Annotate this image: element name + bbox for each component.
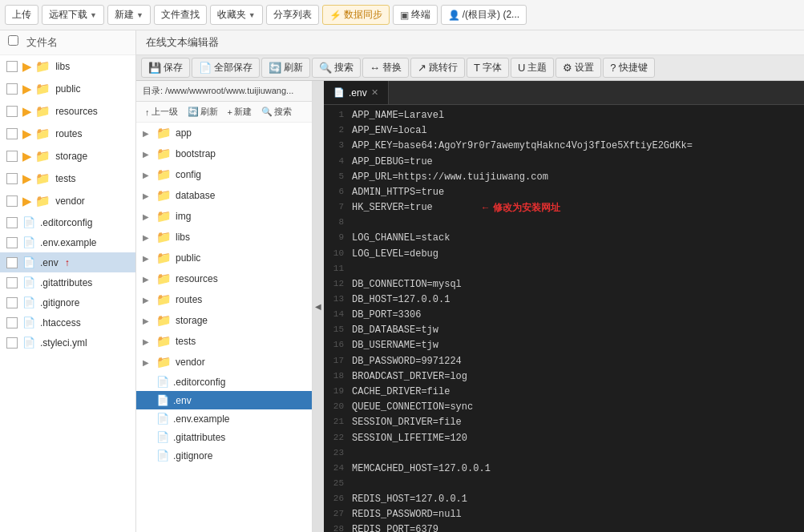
search-button[interactable]: 🔍搜索 [312,58,361,78]
line-content[interactable]: REDIS_PORT=6379 [352,522,438,532]
line-content[interactable]: DB_DATABASE=tjw [352,323,438,338]
close-tab-button[interactable]: ✕ [371,87,378,98]
terminal-button[interactable]: ▣ 终端 [393,5,438,25]
line-content[interactable]: CACHE_DRIVER=file [352,385,450,400]
file-checkbox[interactable] [6,128,18,139]
settings-button[interactable]: ⚙设置 [556,58,601,78]
file-checkbox[interactable] [6,257,18,268]
line-content[interactable]: QUEUE_CONNECTION=sync [352,400,473,415]
remote-download-button[interactable]: 远程下载 ▼ [42,5,104,25]
file-checkbox[interactable] [6,61,18,72]
tree-item-libs[interactable]: ▶ 📁 libs [136,227,312,248]
file-checkbox[interactable] [6,151,18,162]
line-content[interactable]: APP_NAME=Laravel [352,108,444,123]
tree-item-database[interactable]: ▶ 📁 database [136,185,312,206]
file-checkbox[interactable] [6,317,18,328]
replace-button[interactable]: ↔替换 [362,58,409,78]
dropdown-arrow-icon: ▼ [136,11,143,19]
line-content[interactable]: DB_CONNECTION=mysql [352,277,462,292]
file-checkbox[interactable] [6,277,18,288]
tree-item-public[interactable]: ▶ 📁 public [136,248,312,268]
tree-item-config[interactable]: ▶ 📁 config [136,164,312,185]
line-content[interactable]: DB_PASSWORD=9971224 [352,354,462,369]
file-checkbox[interactable] [6,237,18,248]
file-item--styleci-yml[interactable]: 📄 .styleci.yml [0,332,135,353]
file-checkbox[interactable] [6,83,18,95]
file-checkbox[interactable] [6,195,18,207]
theme-button[interactable]: U主题 [511,58,554,78]
line-content[interactable]: DB_HOST=127.0.0.1 [352,292,450,308]
line-content[interactable]: APP_KEY=base64:AgoYr9r0r7awemytqHaknc4Vo… [352,139,693,154]
line-content[interactable]: SESSION_LIFETIME=120 [352,431,467,446]
file-item-vendor[interactable]: ▶ 📁 vendor [0,190,135,212]
line-content[interactable]: HK_SERVER=true [352,200,433,216]
font-button[interactable]: T字体 [467,58,509,78]
file-item--gitattributes[interactable]: 📄 .gitattributes [0,272,135,292]
file-item--env[interactable]: 📄 .env ↑ [0,252,135,272]
new-button[interactable]: 新建 ▼ [107,5,151,25]
line-content[interactable]: APP_URL=https://www.tuijiuwang.com [352,170,548,185]
tree-refresh-button[interactable]: 🔄刷新 [184,104,222,119]
line-content[interactable]: LOG_CHANNEL=stack [352,231,450,246]
code-content[interactable]: 1APP_NAME=Laravel2APP_ENV=local3APP_KEY=… [324,105,804,532]
tree-item-resources[interactable]: ▶ 📁 resources [136,268,312,289]
line-content[interactable]: DB_USERNAME=tjw [352,338,438,353]
chevron-icon: ▶ [143,212,152,221]
line-content[interactable]: DB_PORT=3306 [352,308,421,323]
file-checkbox[interactable] [6,337,18,349]
select-all-checkbox[interactable] [8,35,18,46]
file-item--editorconfig[interactable]: 📄 .editorconfig [0,212,135,232]
tree-item-bootstrap[interactable]: ▶ 📁 bootstrap [136,143,312,164]
save-button[interactable]: 💾保存 [141,58,190,78]
line-content[interactable]: REDIS_PASSWORD=null [352,507,462,522]
tree-up-button[interactable]: ↑上一级 [141,104,182,119]
file-item-tests[interactable]: ▶ 📁 tests [0,167,135,190]
goto-line-button[interactable]: ↗跳转行 [410,58,465,78]
tree-item--gitignore[interactable]: 📄 .gitignore [136,446,312,465]
file-item--gitignore[interactable]: 📄 .gitignore [0,292,135,312]
file-item-resources[interactable]: ▶ 📁 resources [0,100,135,123]
file-item-public[interactable]: ▶ 📁 public [0,78,135,100]
user-menu-button[interactable]: 👤 /(根目录) (2... [441,5,527,25]
tree-item-routes[interactable]: ▶ 📁 routes [136,289,312,310]
shortcuts-button[interactable]: ?快捷键 [603,58,654,78]
file-item-storage[interactable]: ▶ 📁 storage [0,145,135,167]
editor-title: 在线文本编辑器 [146,36,219,48]
line-content[interactable]: SESSION_DRIVER=file [352,415,462,430]
data-sync-button[interactable]: ⚡ 数据同步 [322,5,390,25]
bookmark-button[interactable]: 收藏夹 ▼ [210,5,263,25]
tree-item--gitattributes[interactable]: 📄 .gitattributes [136,428,312,446]
tree-item-storage[interactable]: ▶ 📁 storage [136,310,312,331]
file-checkbox[interactable] [6,106,18,117]
share-list-button[interactable]: 分享列表 [266,5,319,25]
tree-new-button[interactable]: +新建 [224,104,256,119]
tree-item--env[interactable]: 📄 .env [136,391,312,409]
file-checkbox[interactable] [6,217,18,228]
file-item--htaccess[interactable]: 📄 .htaccess [0,312,135,332]
tree-item-vendor[interactable]: ▶ 📁 vendor [136,352,312,373]
line-content[interactable]: APP_DEBUG=true [352,155,433,170]
file-item-libs[interactable]: ▶ 📁 libs [0,55,135,78]
tree-item-tests[interactable]: ▶ 📁 tests [136,331,312,352]
tree-item--env-example[interactable]: 📄 .env.example [136,409,312,428]
file-item--env-example[interactable]: 📄 .env.example [0,232,135,252]
line-content[interactable]: APP_ENV=local [352,123,427,139]
collapse-panel-button[interactable]: ◀ [313,81,324,532]
save-all-button[interactable]: 📄全部保存 [192,58,260,78]
file-item-routes[interactable]: ▶ 📁 routes [0,123,135,145]
line-content[interactable]: REDIS_HOST=127.0.0.1 [352,492,467,507]
tree-item-img[interactable]: ▶ 📁 img [136,206,312,227]
file-checkbox[interactable] [6,297,18,308]
tree-item-app[interactable]: ▶ 📁 app [136,123,312,143]
line-content[interactable]: ADMIN_HTTPS=true [352,185,444,200]
line-content[interactable]: BROADCAST_DRIVER=log [352,369,467,385]
refresh-button[interactable]: 🔄刷新 [261,58,310,78]
file-checkbox[interactable] [6,173,18,184]
upload-button[interactable]: 上传 [5,5,38,25]
file-search-button[interactable]: 文件查找 [154,5,207,25]
line-content[interactable]: LOG_LEVEL=debug [352,247,438,262]
tree-search-button[interactable]: 🔍搜索 [257,104,296,119]
line-content[interactable]: MEMCACHED_HOST=127.0.0.1 [352,461,491,477]
code-tab-env[interactable]: 📄 .env ✕ [324,81,389,104]
tree-item--editorconfig[interactable]: 📄 .editorconfig [136,373,312,391]
